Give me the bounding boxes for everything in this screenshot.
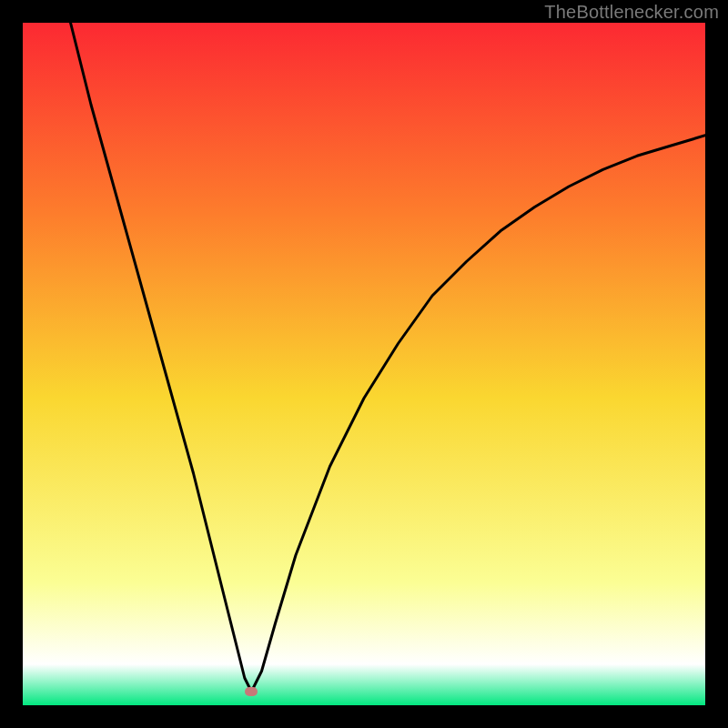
plot-area <box>23 23 705 705</box>
chart-frame: TheBottlenecker.com <box>0 0 728 728</box>
min-dot-icon <box>245 687 258 696</box>
chart-svg <box>23 23 705 705</box>
attribution-label: TheBottlenecker.com <box>544 2 719 23</box>
gradient-bg <box>23 23 705 705</box>
